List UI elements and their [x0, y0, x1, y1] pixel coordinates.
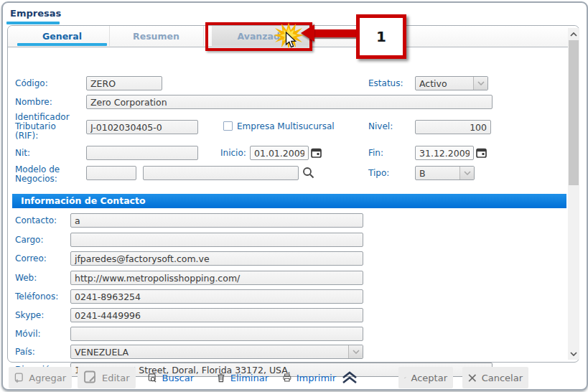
page-title[interactable]: Empresas — [10, 8, 61, 19]
inicio-input[interactable] — [250, 146, 309, 160]
tipo-select[interactable]: B — [415, 166, 475, 180]
add-icon — [14, 370, 24, 386]
tab-resumen-label: Resumen — [133, 31, 179, 42]
search-doc-icon — [148, 370, 157, 386]
page-title-underline — [6, 22, 60, 24]
correo-label: Correo: — [15, 254, 47, 263]
cancelar-button[interactable]: Cancelar — [462, 367, 528, 388]
collapse-toolbar-button[interactable] — [341, 367, 363, 388]
nivel-input[interactable] — [415, 120, 491, 134]
buscar-label: Buscar — [162, 373, 194, 383]
modelo-label: Modelo de Negocios: — [15, 165, 73, 184]
tab-general-label: General — [42, 31, 82, 42]
telefonos-input[interactable] — [70, 289, 363, 304]
eliminar-label: Eliminar — [230, 373, 269, 383]
codigo-input[interactable] — [86, 76, 162, 90]
pais-label: País: — [15, 347, 35, 357]
empresas-panel: General Resumen Avanzado Código: Estatus… — [7, 25, 579, 363]
movil-input[interactable] — [70, 327, 363, 341]
rif-label: Identificador Tributario (RIF): — [15, 113, 80, 141]
chevron-up-icon — [570, 32, 577, 37]
aceptar-button[interactable]: Aceptar — [398, 367, 453, 388]
pais-select[interactable]: VENEZUELA — [70, 345, 363, 359]
telefonos-label: Teléfonos: — [15, 292, 58, 302]
modelo-code-input[interactable] — [86, 166, 136, 180]
close-icon — [468, 373, 477, 383]
nombre-input[interactable] — [86, 95, 493, 109]
nit-input[interactable] — [86, 146, 198, 160]
vertical-scrollbar[interactable] — [568, 28, 579, 360]
eliminar-button[interactable]: Eliminar — [211, 367, 274, 388]
search-icon[interactable] — [302, 167, 314, 179]
imprimir-label: Imprimir — [297, 373, 336, 383]
scrollbar-thumb[interactable] — [569, 40, 579, 185]
rif-input[interactable] — [86, 120, 198, 134]
web-input[interactable] — [70, 271, 363, 285]
skype-input[interactable] — [70, 308, 363, 322]
estatus-value: Activo — [419, 78, 473, 89]
check-icon — [404, 373, 406, 383]
fin-label: Fin: — [368, 149, 383, 158]
agregar-label: Agregar — [29, 373, 66, 383]
buscar-button[interactable]: Buscar — [142, 367, 200, 388]
chevron-down-icon[interactable] — [348, 345, 363, 358]
estatus-label: Estatus: — [368, 79, 403, 88]
fin-input[interactable] — [415, 146, 474, 160]
tab-resumen[interactable]: Resumen — [109, 26, 204, 46]
cargo-label: Cargo: — [15, 235, 43, 245]
chevron-down-icon — [570, 352, 577, 356]
contacto-input[interactable] — [70, 213, 363, 228]
trash-icon — [217, 370, 225, 385]
scroll-down-button[interactable] — [568, 347, 579, 360]
skype-label: Skype: — [15, 311, 44, 320]
cargo-input[interactable] — [70, 233, 363, 247]
inicio-label: Inicio: — [220, 149, 246, 158]
agregar-button[interactable]: Agregar — [9, 367, 72, 388]
chevron-down-icon[interactable] — [473, 77, 487, 90]
modelo-name-input[interactable] — [143, 166, 299, 180]
tab-general-indicator — [17, 43, 107, 46]
scroll-up-button[interactable] — [568, 28, 579, 40]
tipo-value: B — [419, 168, 459, 179]
aceptar-label: Aceptar — [411, 373, 447, 383]
calendar-icon[interactable] — [476, 147, 487, 158]
contact-section-header: Información de Contacto — [12, 194, 566, 208]
estatus-select[interactable]: Activo — [415, 76, 488, 90]
callout-arrow — [314, 29, 357, 37]
general-tab-content: Código: Estatus: Activo Nombre: Identifi… — [8, 47, 579, 362]
empresas-window: Empresas General Resumen Avanzado Código… — [1, 1, 588, 391]
chevron-double-up-icon — [341, 371, 358, 384]
nombre-label: Nombre: — [15, 98, 52, 107]
tipo-label: Tipo: — [368, 169, 389, 178]
editar-label: Editar — [102, 373, 130, 383]
callout-step-number: 1 — [356, 14, 406, 59]
tab-general[interactable]: General — [15, 26, 110, 46]
mouse-cursor-icon — [285, 32, 297, 49]
pais-value: VENEZUELA — [75, 347, 348, 358]
cancelar-label: Cancelar — [482, 373, 523, 383]
codigo-label: Código: — [15, 79, 48, 88]
edit-icon — [83, 370, 97, 386]
movil-label: Móvil: — [15, 330, 41, 339]
printer-icon — [283, 370, 291, 385]
imprimir-button[interactable]: Imprimir — [277, 367, 342, 388]
nivel-label: Nivel: — [368, 122, 393, 131]
nit-label: Nit: — [15, 149, 30, 158]
correo-input[interactable] — [70, 251, 363, 266]
editar-button[interactable]: Editar — [78, 367, 136, 388]
calendar-icon[interactable] — [311, 147, 322, 158]
contacto-label: Contacto: — [15, 216, 57, 225]
chevron-down-icon[interactable] — [459, 167, 474, 179]
web-label: Web: — [15, 274, 37, 283]
multisucursal-label: Empresa Multisucursal — [237, 122, 335, 131]
multisucursal-checkbox[interactable] — [223, 121, 233, 131]
